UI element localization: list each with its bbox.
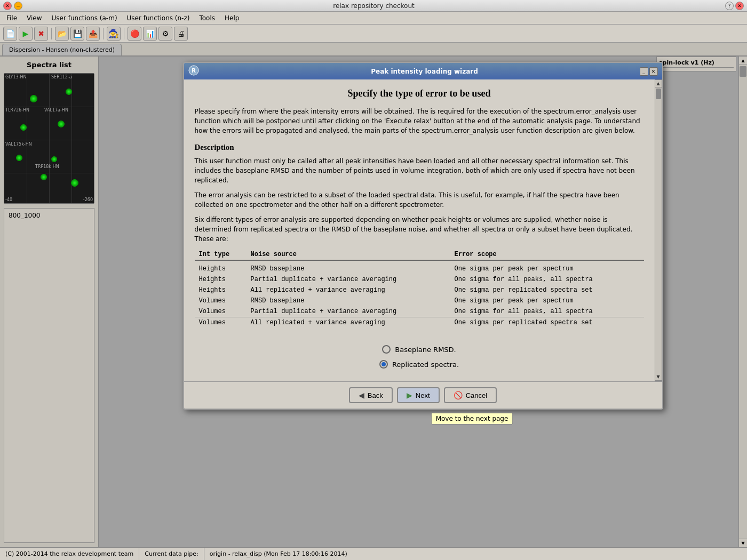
title-bar-right: ? ✕	[725, 2, 744, 10]
table-cell-noise-6: All replicated + variance averaging	[247, 317, 450, 329]
tab-bar: Dispersion - Hansen (non-clustered)	[0, 43, 747, 57]
toolbar-open[interactable]: 📂	[55, 27, 69, 41]
table-cell-noise-4: RMSD baseplane	[247, 295, 450, 306]
toolbar-save[interactable]: 💾	[70, 27, 84, 41]
next-label: Next	[416, 391, 430, 399]
modal-icon: R	[188, 65, 210, 77]
modal-minimize-btn[interactable]: _	[640, 67, 648, 76]
menu-user-functions-nz[interactable]: User functions (n-z)	[123, 13, 194, 23]
back-label: Back	[368, 391, 383, 399]
table-header-int-type: Int type	[195, 249, 247, 260]
list-item-800[interactable]: 800_1000	[6, 211, 92, 220]
toolbar-sep-2	[103, 28, 104, 39]
spectra-image: GLY13-HN SER112-a TLR726-HN VAL17a-HN VA…	[4, 73, 94, 204]
modal-scroll-up[interactable]: ▲	[655, 80, 662, 87]
toolbar-bar-chart[interactable]: 📊	[143, 27, 157, 41]
wizard-heading: Specify the type of error to be used	[195, 88, 644, 99]
table-row: Volumes RMSD baseplane One sigma per pea…	[195, 295, 644, 306]
radio-replicated-label: Replicated spectra.	[392, 361, 459, 369]
next-button[interactable]: ▶ Next	[397, 387, 440, 403]
table-cell-scope-5: One sigma for all peaks, all spectra	[450, 306, 644, 317]
right-area: spin-lock v1 (Hz) R Peak intensity loadi…	[99, 57, 747, 547]
toolbar-sep-3	[124, 28, 124, 39]
nmr-peak-3	[20, 124, 27, 131]
table-row: Volumes Partial duplicate + variance ave…	[195, 306, 644, 317]
window-x-btn[interactable]: ✕	[735, 2, 744, 10]
nmr-peak-2	[66, 89, 72, 95]
toolbar-wizard[interactable]: 🧙	[107, 27, 121, 41]
modal-scroll-down[interactable]: ▼	[655, 373, 662, 381]
table-cell-noise-2: Partial duplicate + variance averaging	[247, 274, 450, 285]
nmr-hline-2	[4, 140, 94, 140]
modal-buttons: ◀ Back ▶ Next 🚫 Cancel	[184, 381, 662, 409]
back-button[interactable]: ◀ Back	[349, 387, 393, 403]
table-row: Heights All replicated + variance averag…	[195, 285, 644, 295]
nmr-vline-2	[49, 74, 50, 203]
table-cell-scope-6: One sigma per replicated spectra set	[450, 317, 644, 329]
radio-baseplane-circle[interactable]	[382, 345, 391, 354]
radio-baseplane-label: Baseplane RMSD.	[395, 346, 456, 354]
nmr-label-ml: TLR726-HN	[5, 108, 29, 113]
main-scroll-up[interactable]: ▲	[739, 57, 747, 65]
menu-user-functions-am[interactable]: User functions (a-m)	[47, 13, 122, 23]
toolbar-run[interactable]: ▶	[19, 27, 33, 41]
window-min-btn[interactable]: −	[14, 2, 22, 10]
toolbar: 📄 ▶ ✖ 📂 💾 📤 🧙 🔴 📊 ⚙ 🖨	[0, 25, 747, 43]
nmr-peak-6	[51, 156, 57, 162]
menu-file[interactable]: File	[2, 13, 21, 23]
radio-baseplane[interactable]: Baseplane RMSD.	[382, 345, 456, 354]
nmr-label-tl: GLY13-HN	[5, 75, 27, 79]
main-scroll-thumb[interactable]	[740, 66, 746, 77]
nmr-hline-3	[4, 173, 94, 173]
toolbar-printer[interactable]: 🖨	[174, 27, 188, 41]
radio-replicated-circle[interactable]	[379, 360, 388, 369]
table-header-error-scope: Error scope	[450, 249, 644, 260]
table-cell-int-6: Volumes	[195, 317, 247, 329]
nmr-axis-left: -40	[5, 197, 12, 202]
table-row: Heights RMSD baseplane One sigma per pea…	[195, 260, 644, 274]
toolbar-settings[interactable]: ⚙	[158, 27, 172, 41]
table-cell-noise-5: Partial duplicate + variance averaging	[247, 306, 450, 317]
status-data-pipe-value: origin - relax_disp (Mon Feb 17 18:00:16…	[204, 548, 747, 560]
cancel-icon: 🚫	[454, 391, 463, 399]
status-copyright-text: (C) 2001-2014 the relax development team	[5, 550, 133, 557]
main-scroll-down[interactable]: ▼	[739, 539, 747, 547]
toolbar-chart[interactable]: 🔴	[128, 27, 141, 41]
menu-view[interactable]: View	[22, 13, 46, 23]
table-cell-scope-2: One sigma for all peaks, all spectra	[450, 274, 644, 285]
menu-help[interactable]: Help	[220, 13, 243, 23]
back-icon: ◀	[359, 391, 364, 399]
modal-close-btn[interactable]: ✕	[649, 67, 658, 76]
table-cell-int-4: Volumes	[195, 295, 247, 306]
nmr-peak-4	[58, 121, 65, 127]
error-table: Int type Noise source Error scope Height…	[195, 249, 644, 328]
nmr-hline-1	[4, 107, 94, 107]
toolbar-export[interactable]: 📤	[86, 27, 100, 41]
wizard-para-3: Six different types of error analysis ar…	[195, 215, 644, 244]
radio-area: Baseplane RMSD. Replicated spectra.	[195, 337, 644, 373]
toolbar-stop[interactable]: ✖	[34, 27, 48, 41]
modal-scrollbar-thumb[interactable]	[656, 89, 661, 99]
cancel-button[interactable]: 🚫 Cancel	[444, 387, 497, 403]
menu-tools[interactable]: Tools	[195, 13, 219, 23]
table-header-noise-source: Noise source	[247, 249, 450, 260]
spectra-list-title: Spectra list	[27, 61, 71, 69]
modal-body: Specify the type of error to be used Ple…	[184, 79, 662, 381]
window-close-btn[interactable]: ✕	[3, 2, 12, 10]
modal-content: Specify the type of error to be used Ple…	[184, 79, 655, 381]
toolbar-new[interactable]: 📄	[3, 27, 17, 41]
radio-replicated[interactable]: Replicated spectra.	[379, 360, 459, 369]
title-bar: ✕ − relax repository checkout ? ✕	[0, 0, 747, 12]
window-title: relax repository checkout	[22, 2, 725, 10]
modal-title-btns: _ ✕	[640, 67, 658, 76]
cancel-label: Cancel	[466, 391, 487, 399]
modal-logo-icon: R	[188, 65, 199, 76]
modal-overlay: R Peak intensity loading wizard _ ✕ Spec…	[99, 57, 747, 547]
window-help-btn[interactable]: ?	[725, 2, 734, 10]
tab-dispersion[interactable]: Dispersion - Hansen (non-clustered)	[2, 44, 122, 55]
left-panel: Spectra list GLY13-HN SER112-a TLR726-HN…	[0, 57, 99, 547]
nmr-spectrum: GLY13-HN SER112-a TLR726-HN VAL17a-HN VA…	[4, 74, 94, 203]
nmr-vline-1	[27, 74, 27, 203]
left-list: 800_1000	[4, 208, 94, 543]
nmr-label-mr: VAL17a-HN	[44, 108, 68, 113]
